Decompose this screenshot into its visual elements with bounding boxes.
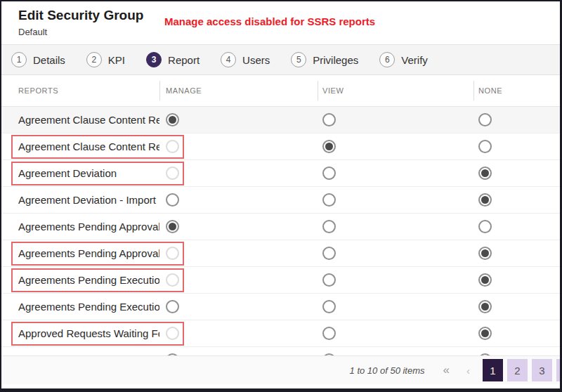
- page-title: Edit Security Group: [18, 8, 143, 23]
- previous-page-button[interactable]: ‹: [466, 365, 470, 377]
- report-row: Approved Requests Waiting For Con...: [1, 320, 560, 347]
- report-row: Agreements Pending Approval: [1, 240, 560, 267]
- manage-radio[interactable]: [166, 220, 179, 233]
- manage-cell: [159, 220, 318, 233]
- manage-radio: [166, 247, 179, 260]
- none-cell: [473, 327, 560, 340]
- ssrs-annotation-text: Manage access disabled for SSRS reports: [164, 15, 375, 27]
- manage-radio[interactable]: [166, 113, 179, 126]
- view-radio[interactable]: [322, 247, 336, 260]
- step-privileges[interactable]: 5Privileges: [291, 52, 358, 67]
- page-buttons: 123: [483, 359, 560, 381]
- view-cell: [318, 113, 473, 126]
- manage-cell: [159, 327, 318, 340]
- report-row: Agreements Pending Execution: [1, 267, 560, 294]
- none-cell: [473, 166, 560, 180]
- view-radio[interactable]: [322, 327, 336, 340]
- none-radio[interactable]: [478, 247, 492, 260]
- none-cell: [473, 220, 560, 233]
- step-label: Verify: [401, 54, 428, 66]
- view-cell: [318, 220, 473, 233]
- step-number-badge: 5: [291, 52, 306, 67]
- manage-cell: [159, 140, 318, 153]
- manage-cell: [159, 113, 318, 126]
- none-radio[interactable]: [478, 353, 492, 355]
- report-name: Agreements Pending Execution - Im...: [1, 301, 159, 313]
- step-kpi[interactable]: 2KPI: [86, 52, 125, 67]
- none-radio[interactable]: [478, 166, 492, 180]
- view-cell: [318, 327, 473, 340]
- column-header-none: NONE: [473, 75, 560, 106]
- report-name: Agreement Clause Content Report: [1, 141, 159, 152]
- report-row: Agreement Clause Content Report -...: [1, 107, 560, 133]
- step-users[interactable]: 4Users: [221, 52, 270, 67]
- step-report[interactable]: 3Report: [146, 52, 200, 67]
- first-page-button[interactable]: «: [443, 363, 450, 377]
- report-row: Agreements Pending Approval - Im...: [1, 214, 560, 240]
- page-button-3[interactable]: 3: [532, 359, 552, 381]
- view-radio[interactable]: [322, 353, 336, 355]
- report-name: Agreements Pending Approval: [1, 247, 159, 259]
- none-cell: [473, 247, 560, 260]
- view-radio[interactable]: [322, 300, 336, 313]
- manage-radio: [166, 140, 179, 153]
- report-name: Agreements Pending Approval - Im...: [1, 221, 159, 233]
- none-radio[interactable]: [478, 300, 492, 313]
- none-radio[interactable]: [478, 327, 492, 340]
- none-cell: [473, 193, 560, 207]
- report-name: Agreement Clause Content Report -...: [1, 114, 159, 126]
- step-details[interactable]: 1Details: [11, 52, 65, 67]
- report-row: Agreements Pending Execution - Im...: [1, 294, 560, 320]
- manage-cell: [159, 353, 318, 355]
- manage-radio[interactable]: [166, 300, 179, 313]
- view-radio[interactable]: [322, 273, 336, 287]
- view-cell: [318, 193, 473, 207]
- manage-cell: [159, 193, 318, 207]
- none-cell: [473, 273, 560, 287]
- manage-radio[interactable]: [166, 353, 179, 355]
- none-cell: [473, 140, 560, 153]
- none-cell: [473, 113, 560, 126]
- step-verify[interactable]: 6Verify: [379, 52, 428, 67]
- table-header: REPORTS MANAGE VIEW NONE: [1, 75, 560, 107]
- step-label: Privileges: [313, 54, 358, 66]
- view-cell: [318, 166, 473, 180]
- report-name: Agreement Deviation - Import: [1, 194, 159, 206]
- none-cell: [473, 300, 560, 313]
- step-label: KPI: [108, 54, 125, 66]
- report-row: Agreement Deviation: [1, 160, 560, 187]
- step-number-badge: 4: [221, 52, 236, 67]
- none-radio[interactable]: [478, 273, 492, 287]
- page-button-partial[interactable]: [556, 359, 560, 381]
- view-radio[interactable]: [322, 220, 336, 233]
- reports-table-body: Agreement Clause Content Report -...Agre…: [1, 107, 560, 355]
- view-radio[interactable]: [322, 193, 336, 207]
- report-name: Approved Requests Waiting For C...: [1, 354, 159, 355]
- none-radio[interactable]: [478, 113, 492, 126]
- report-row: Agreement Clause Content Report: [1, 133, 560, 160]
- step-label: Details: [33, 54, 65, 66]
- none-radio[interactable]: [478, 140, 492, 153]
- view-radio[interactable]: [322, 140, 336, 153]
- step-number-badge: 2: [86, 52, 102, 67]
- manage-radio: [166, 166, 179, 180]
- manage-cell: [159, 166, 318, 180]
- pagination-bar: 1 to 10 of 50 items « ‹ 123: [1, 355, 560, 384]
- step-label: Users: [242, 54, 270, 66]
- step-number-badge: 3: [146, 52, 162, 67]
- report-name: Agreements Pending Execution: [1, 274, 159, 286]
- none-radio[interactable]: [478, 193, 492, 207]
- none-radio[interactable]: [478, 220, 492, 233]
- manage-radio: [166, 273, 179, 287]
- column-header-view: VIEW: [318, 75, 473, 106]
- view-radio[interactable]: [322, 113, 336, 126]
- view-radio[interactable]: [322, 166, 336, 180]
- view-cell: [318, 140, 473, 153]
- manage-cell: [159, 273, 318, 287]
- page-header: Edit Security Group Default Manage acces…: [1, 1, 560, 44]
- step-number-badge: 6: [379, 52, 395, 67]
- page-button-2[interactable]: 2: [507, 359, 528, 381]
- manage-radio[interactable]: [166, 193, 179, 207]
- report-name: Agreement Deviation: [1, 167, 159, 179]
- page-button-1[interactable]: 1: [483, 359, 503, 381]
